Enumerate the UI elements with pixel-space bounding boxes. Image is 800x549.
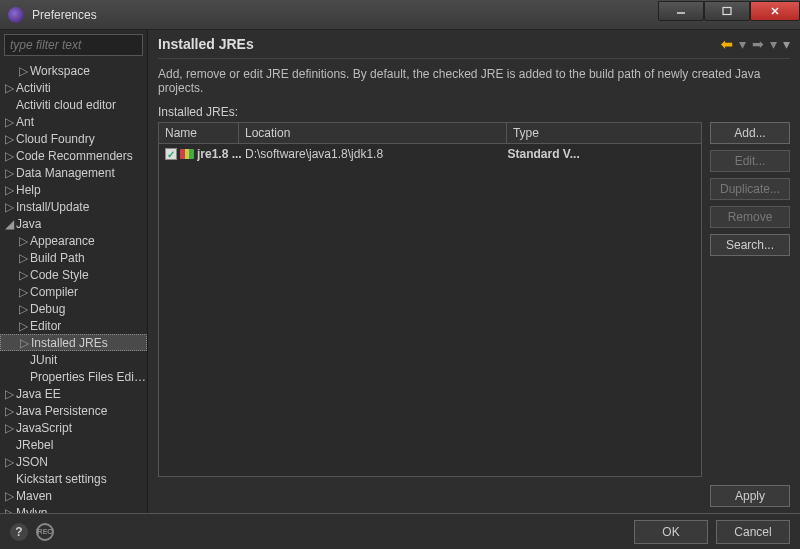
tree-item-jrebel[interactable]: JRebel [0, 436, 147, 453]
help-icon[interactable]: ? [10, 523, 28, 541]
list-label: Installed JREs: [158, 105, 790, 119]
titlebar: Preferences [0, 0, 800, 30]
apply-button[interactable]: Apply [710, 485, 790, 507]
tree-item-label: Debug [30, 302, 65, 316]
twisty-icon[interactable]: ▷ [4, 166, 14, 180]
twisty-icon[interactable]: ▷ [18, 285, 28, 299]
minimize-button[interactable] [658, 1, 704, 21]
search-button[interactable]: Search... [710, 234, 790, 256]
tree-item-code-recommenders[interactable]: ▷Code Recommenders [0, 147, 147, 164]
tree-item-java[interactable]: ◢Java [0, 215, 147, 232]
twisty-icon[interactable]: ▷ [18, 251, 28, 265]
tree-item-compiler[interactable]: ▷Compiler [0, 283, 147, 300]
svg-rect-1 [723, 8, 731, 15]
tree-item-debug[interactable]: ▷Debug [0, 300, 147, 317]
edit-button: Edit... [710, 150, 790, 172]
tree-item-properties-files-editor[interactable]: Properties Files Editor [0, 368, 147, 385]
checkbox-icon[interactable]: ✓ [165, 148, 177, 160]
twisty-icon[interactable]: ▷ [4, 455, 14, 469]
duplicate-button: Duplicate... [710, 178, 790, 200]
twisty-icon[interactable]: ▷ [4, 387, 14, 401]
tree-item-installed-jres[interactable]: ▷Installed JREs [0, 334, 147, 351]
twisty-icon[interactable]: ▷ [4, 183, 14, 197]
cancel-button[interactable]: Cancel [716, 520, 790, 544]
rec-icon[interactable]: REC [36, 523, 54, 541]
tree-item-workspace[interactable]: ▷Workspace [0, 62, 147, 79]
page-title: Installed JREs [158, 36, 721, 52]
tree-item-install-update[interactable]: ▷Install/Update [0, 198, 147, 215]
twisty-icon[interactable]: ▷ [18, 234, 28, 248]
add-button[interactable]: Add... [710, 122, 790, 144]
column-name[interactable]: Name [159, 123, 239, 143]
main-panel: Installed JREs ⬅▾ ➡▾ ▾ Add, remove or ed… [148, 30, 800, 513]
maximize-button[interactable] [704, 1, 750, 21]
jre-type: Standard V... [508, 147, 696, 161]
forward-dropdown-icon[interactable]: ▾ [770, 36, 777, 52]
twisty-icon[interactable]: ▷ [18, 302, 28, 316]
tree-item-activiti-cloud-editor[interactable]: Activiti cloud editor [0, 96, 147, 113]
table-row[interactable]: ✓ jre1.8 ... D:\software\java1.8\jdk1.8 … [159, 144, 701, 164]
ok-button[interactable]: OK [634, 520, 708, 544]
twisty-icon[interactable]: ▷ [18, 64, 28, 78]
twisty-icon[interactable]: ▷ [4, 421, 14, 435]
tree-item-label: Help [16, 183, 41, 197]
page-description: Add, remove or edit JRE definitions. By … [158, 67, 790, 95]
tree-item-label: Code Style [30, 268, 89, 282]
tree-item-code-style[interactable]: ▷Code Style [0, 266, 147, 283]
tree-item-label: Maven [16, 489, 52, 503]
tree-item-label: Editor [30, 319, 61, 333]
jre-name: jre1.8 ... [197, 147, 242, 161]
column-location[interactable]: Location [239, 123, 507, 143]
tree-item-label: Data Management [16, 166, 115, 180]
preferences-tree[interactable]: ▷Workspace▷ActivitiActiviti cloud editor… [0, 60, 147, 513]
tree-item-editor[interactable]: ▷Editor [0, 317, 147, 334]
tree-item-label: Code Recommenders [16, 149, 133, 163]
twisty-icon[interactable]: ▷ [4, 115, 14, 129]
twisty-icon[interactable]: ▷ [4, 81, 14, 95]
back-icon[interactable]: ⬅ [721, 36, 733, 52]
tree-item-mylyn[interactable]: ▷Mylyn [0, 504, 147, 513]
twisty-icon[interactable]: ▷ [18, 268, 28, 282]
tree-item-activiti[interactable]: ▷Activiti [0, 79, 147, 96]
tree-item-kickstart-settings[interactable]: Kickstart settings [0, 470, 147, 487]
tree-item-label: Java Persistence [16, 404, 107, 418]
twisty-icon[interactable]: ▷ [18, 319, 28, 333]
twisty-icon[interactable]: ▷ [19, 336, 29, 350]
tree-item-label: Activiti [16, 81, 51, 95]
twisty-icon[interactable]: ▷ [4, 200, 14, 214]
back-dropdown-icon[interactable]: ▾ [739, 36, 746, 52]
tree-item-ant[interactable]: ▷Ant [0, 113, 147, 130]
twisty-icon[interactable]: ▷ [4, 404, 14, 418]
tree-item-label: Cloud Foundry [16, 132, 95, 146]
tree-item-maven[interactable]: ▷Maven [0, 487, 147, 504]
tree-item-javascript[interactable]: ▷JavaScript [0, 419, 147, 436]
tree-item-build-path[interactable]: ▷Build Path [0, 249, 147, 266]
twisty-icon[interactable]: ▷ [4, 489, 14, 503]
column-type[interactable]: Type [507, 123, 701, 143]
tree-item-appearance[interactable]: ▷Appearance [0, 232, 147, 249]
twisty-icon[interactable]: ▷ [4, 506, 14, 514]
tree-item-label: Install/Update [16, 200, 89, 214]
close-button[interactable] [750, 1, 800, 21]
tree-item-label: Ant [16, 115, 34, 129]
footer: ? REC OK Cancel [0, 513, 800, 549]
twisty-icon[interactable]: ◢ [4, 217, 14, 231]
tree-item-java-ee[interactable]: ▷Java EE [0, 385, 147, 402]
tree-item-label: Kickstart settings [16, 472, 107, 486]
tree-item-cloud-foundry[interactable]: ▷Cloud Foundry [0, 130, 147, 147]
tree-item-java-persistence[interactable]: ▷Java Persistence [0, 402, 147, 419]
tree-item-help[interactable]: ▷Help [0, 181, 147, 198]
tree-item-junit[interactable]: JUnit [0, 351, 147, 368]
tree-item-label: Appearance [30, 234, 95, 248]
twisty-icon[interactable]: ▷ [4, 149, 14, 163]
tree-item-label: Java [16, 217, 41, 231]
table-header: Name Location Type [159, 123, 701, 144]
tree-item-label: JSON [16, 455, 48, 469]
jre-table[interactable]: Name Location Type ✓ jre1.8 ... D:\softw… [158, 122, 702, 477]
tree-item-json[interactable]: ▷JSON [0, 453, 147, 470]
tree-item-data-management[interactable]: ▷Data Management [0, 164, 147, 181]
view-menu-icon[interactable]: ▾ [783, 36, 790, 52]
tree-item-label: Compiler [30, 285, 78, 299]
twisty-icon[interactable]: ▷ [4, 132, 14, 146]
filter-input[interactable] [4, 34, 143, 56]
